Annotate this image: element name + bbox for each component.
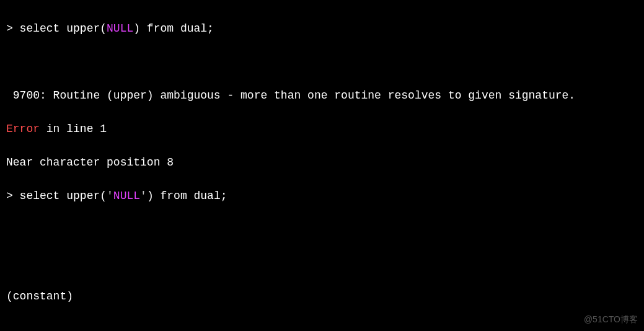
terminal-output[interactable]: > select upper(NULL) from dual; 9700: Ro… bbox=[6, 4, 638, 331]
blank-line bbox=[6, 255, 638, 271]
prompt: > bbox=[6, 22, 20, 35]
sql-text: ) from dual; bbox=[147, 190, 227, 202]
sql-text: ) from dual; bbox=[133, 22, 214, 35]
watermark: @51CTO博客 bbox=[584, 313, 638, 326]
quote: ' bbox=[140, 190, 147, 202]
error-in-line: in line 1 bbox=[40, 123, 107, 135]
sql-text: select upper( bbox=[20, 190, 107, 202]
sql-text: select upper( bbox=[20, 22, 107, 35]
query-line-1: > select upper(NULL) from dual; bbox=[6, 20, 638, 37]
null-keyword: NULL bbox=[107, 22, 133, 35]
error-code-line: 9700: Routine (upper) ambiguous - more t… bbox=[6, 87, 638, 104]
error-label: Error bbox=[6, 123, 40, 135]
blank-line bbox=[6, 322, 638, 331]
column-header: (constant) bbox=[6, 288, 638, 305]
query-line-2: > select upper('NULL') from dual; bbox=[6, 188, 638, 205]
quote: ' bbox=[107, 190, 113, 202]
prompt: > bbox=[6, 190, 20, 202]
error-near-line: Near character position 8 bbox=[6, 154, 638, 171]
blank-line bbox=[6, 54, 638, 71]
string-literal: NULL bbox=[113, 190, 140, 202]
error-line: Error in line 1 bbox=[6, 121, 638, 138]
blank-line bbox=[6, 221, 638, 238]
